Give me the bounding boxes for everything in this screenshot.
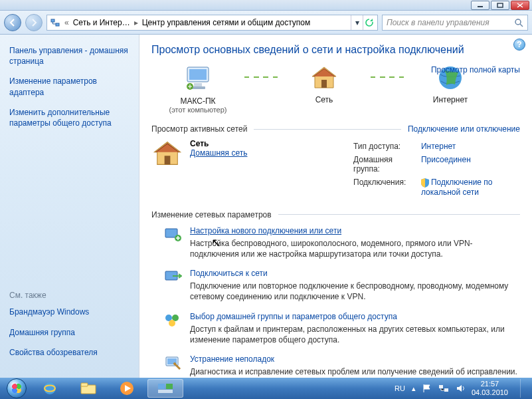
svg-rect-32 [439,385,443,388]
minimize-button[interactable] [471,1,489,10]
task-troubleshoot: Устранение неполадок Диагностика и испра… [163,354,520,377]
troubleshoot-icon [163,354,182,370]
taskbar: RU ▴ 21:57 04.03.2010 [0,378,532,399]
system-tray: RU ▴ 21:57 04.03.2010 [395,379,528,398]
seealso-header: См. также [9,291,130,300]
toolbar: « Сеть и Интер… ▸ Центр управления сетям… [0,11,532,35]
homegroup-label: Домашняя группа: [351,154,417,175]
active-network-name: Сеть [190,139,247,148]
close-button[interactable] [511,1,529,10]
show-desktop-button[interactable] [520,379,528,398]
svg-point-6 [515,19,521,25]
taskbar-explorer[interactable] [70,379,106,398]
search-placeholder: Поиск в панели управления [387,18,489,27]
map-pc-name: МАКС-ПК [151,96,244,106]
task-list: Настройка нового подключения или сети ↖ … [151,226,520,377]
map-pc-sub: (этот компьютер) [151,106,244,114]
connect-icon [163,269,182,285]
breadcrumb-sep-icon: ▸ [134,18,138,27]
forward-button[interactable] [25,14,43,31]
task-homegroup-link[interactable]: Выбор домашней группы и параметров общег… [190,312,397,321]
search-box[interactable]: Поиск в панели управления [382,15,528,31]
tray-network-icon[interactable] [438,384,449,393]
shield-icon [421,178,429,188]
tray-flag-icon[interactable] [422,384,432,393]
tray-show-hidden-icon[interactable]: ▴ [412,384,416,393]
svg-rect-30 [166,384,173,389]
task-connect-desc: Подключение или повторное подключение к … [190,281,520,302]
task-homegroup-desc: Доступ к файлам и принтерам, расположенн… [190,324,520,345]
sidebar-adapter-settings[interactable]: Изменение параметров адаптера [9,76,130,97]
change-params-header: Изменение сетевых параметров [151,210,272,219]
sidebar-homegroup[interactable]: Домашняя группа [9,327,130,338]
addr-dropdown-button[interactable]: ▾ [351,15,363,30]
address-bar[interactable]: « Сеть и Интер… ▸ Центр управления сетям… [46,15,378,31]
task-homegroup: Выбор домашней группы и параметров общег… [163,312,520,345]
svg-point-25 [44,382,56,394]
maximize-button[interactable] [491,1,509,10]
breadcrumb-chevron-icon: « [64,18,69,27]
svg-point-21 [169,320,175,327]
network-icon [310,65,339,90]
task-troubleshoot-desc: Диагностика и исправление сетевых пробле… [190,366,517,377]
svg-rect-9 [189,69,207,80]
taskbar-wmp[interactable] [109,379,145,398]
main-content: ? Просмотр основных сведений о сети и на… [139,35,532,378]
sidebar-sharing-settings[interactable]: Изменить дополнительные параметры общего… [9,107,130,128]
search-icon [514,18,523,27]
svg-rect-31 [158,390,173,393]
svg-rect-29 [158,384,165,389]
access-type-label: Тип доступа: [351,140,417,152]
svg-rect-27 [81,383,88,386]
refresh-button[interactable] [363,15,375,30]
connections-label: Подключения: [351,176,417,198]
task-new-connection: Настройка нового подключения или сети ↖ … [163,226,520,259]
start-button[interactable] [4,378,29,398]
help-icon[interactable]: ? [513,39,525,51]
svg-rect-1 [497,3,503,7]
sidebar-firewall[interactable]: Брандмауэр Windows [9,307,130,317]
tray-language[interactable]: RU [395,384,405,392]
svg-rect-13 [321,80,327,88]
tray-volume-icon[interactable] [456,384,465,393]
new-connection-icon [163,226,182,242]
active-network-icon [151,139,183,168]
map-internet-name: Интернет [404,95,497,104]
homegroup-icon [163,312,182,328]
svg-point-24 [173,362,176,365]
page-title: Просмотр основных сведений о сети и наст… [151,44,520,56]
sidebar-home[interactable]: Панель управления - домашняя страница [9,45,130,66]
map-network-name: Сеть [278,95,371,104]
svg-rect-4 [51,19,54,22]
task-connect-link[interactable]: Подключиться к сети [190,269,268,278]
sidebar: Панель управления - домашняя страница Из… [0,35,139,378]
tray-clock[interactable]: 21:57 04.03.2010 [472,380,511,397]
active-networks-header: Просмотр активных сетей [151,124,247,134]
svg-rect-10 [194,83,202,86]
task-connect: Подключиться к сети Подключение или повт… [163,269,520,302]
network-map: Просмотр полной карты МАКС-ПК (этот комп… [151,65,520,114]
svg-rect-15 [165,156,171,164]
view-full-map[interactable]: Просмотр полной карты [431,65,520,74]
taskbar-ie[interactable] [32,379,68,398]
connect-disconnect-link[interactable]: Подключение или отключение [408,124,520,134]
back-button[interactable] [4,14,21,31]
network-icon [50,17,60,28]
breadcrumb-root[interactable]: Сеть и Интер… [73,18,130,27]
taskbar-control-panel[interactable] [147,379,183,398]
task-troubleshoot-link[interactable]: Устранение неполадок [190,354,274,364]
breadcrumb-leaf[interactable]: Центр управления сетями и общим доступом [142,18,311,27]
this-pc-icon [183,65,213,92]
sidebar-internet-options[interactable]: Свойства обозревателя [9,347,130,358]
svg-line-7 [520,24,523,27]
connection-link[interactable]: Подключение по локальной сети [421,178,493,197]
window-titlebar [0,0,532,11]
access-type-value: Интернет [418,140,519,152]
tray-date: 04.03.2010 [472,388,508,397]
tray-time: 21:57 [472,380,508,388]
active-network-type[interactable]: Домашняя сеть [190,148,247,158]
task-new-connection-link[interactable]: Настройка нового подключения или сети [190,226,341,235]
homegroup-value[interactable]: Присоединен [421,155,471,164]
task-new-connection-desc: Настройка беспроводного, широкополосного… [190,238,520,259]
svg-rect-5 [56,23,59,26]
